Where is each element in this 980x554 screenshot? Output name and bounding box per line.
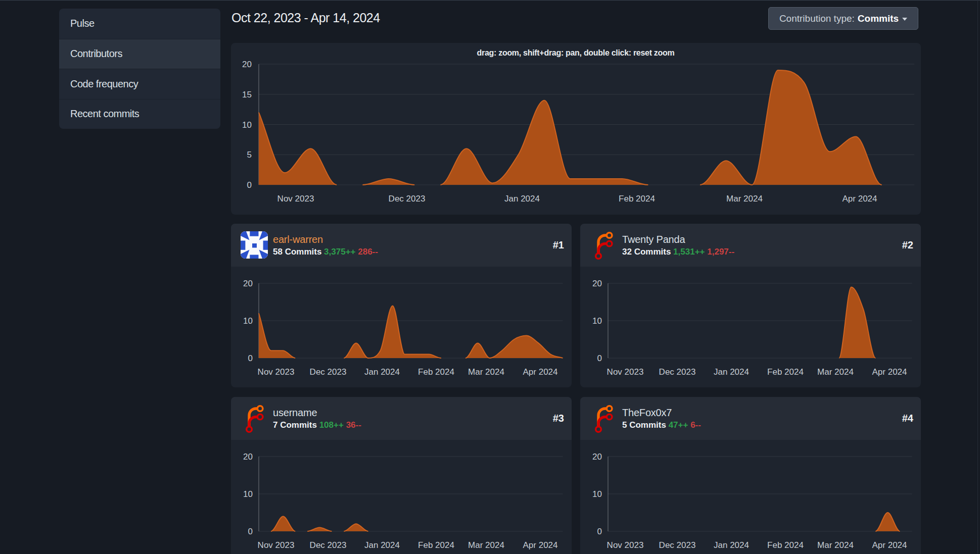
svg-text:Dec 2023: Dec 2023: [310, 540, 347, 550]
svg-text:Feb 2024: Feb 2024: [418, 367, 454, 377]
svg-text:Nov 2023: Nov 2023: [258, 367, 295, 377]
svg-text:10: 10: [243, 316, 253, 326]
svg-text:Nov 2023: Nov 2023: [258, 540, 295, 550]
svg-text:5: 5: [247, 150, 252, 160]
svg-text:20: 20: [243, 452, 253, 462]
svg-text:Mar 2024: Mar 2024: [468, 367, 504, 377]
svg-text:20: 20: [242, 60, 252, 69]
svg-text:Feb 2024: Feb 2024: [619, 194, 655, 204]
svg-text:Feb 2024: Feb 2024: [767, 540, 804, 550]
svg-text:0: 0: [597, 354, 602, 363]
svg-text:Jan 2024: Jan 2024: [504, 194, 540, 204]
svg-text:20: 20: [243, 279, 253, 288]
svg-text:0: 0: [248, 527, 253, 536]
svg-text:Mar 2024: Mar 2024: [726, 194, 763, 204]
svg-text:Feb 2024: Feb 2024: [767, 367, 804, 377]
svg-text:10: 10: [592, 489, 602, 499]
svg-text:Dec 2023: Dec 2023: [310, 367, 347, 377]
svg-text:0: 0: [248, 354, 253, 363]
svg-text:Jan 2024: Jan 2024: [714, 540, 749, 550]
svg-text:Dec 2023: Dec 2023: [389, 194, 426, 204]
svg-text:20: 20: [592, 452, 602, 462]
svg-text:Jan 2024: Jan 2024: [364, 367, 400, 377]
svg-text:20: 20: [592, 279, 602, 288]
svg-text:Nov 2023: Nov 2023: [607, 367, 644, 377]
svg-text:Apr 2024: Apr 2024: [843, 194, 877, 204]
svg-text:Apr 2024: Apr 2024: [872, 540, 907, 550]
svg-text:Apr 2024: Apr 2024: [872, 367, 907, 377]
svg-text:Dec 2023: Dec 2023: [659, 367, 696, 377]
svg-text:15: 15: [242, 90, 252, 99]
svg-text:Nov 2023: Nov 2023: [277, 194, 314, 204]
svg-text:0: 0: [247, 180, 252, 190]
svg-text:10: 10: [243, 489, 253, 499]
svg-text:drag: zoom, shift+drag: pan, d: drag: zoom, shift+drag: pan, double clic…: [477, 48, 675, 57]
svg-text:Mar 2024: Mar 2024: [817, 540, 854, 550]
svg-text:10: 10: [592, 316, 602, 326]
svg-text:Nov 2023: Nov 2023: [607, 540, 644, 550]
svg-text:Jan 2024: Jan 2024: [364, 540, 400, 550]
svg-text:0: 0: [597, 527, 602, 536]
svg-text:Jan 2024: Jan 2024: [714, 367, 749, 377]
svg-text:Apr 2024: Apr 2024: [523, 367, 558, 377]
svg-text:Apr 2024: Apr 2024: [523, 540, 558, 550]
svg-text:Mar 2024: Mar 2024: [817, 367, 854, 377]
svg-text:10: 10: [242, 120, 252, 130]
svg-text:Dec 2023: Dec 2023: [659, 540, 696, 550]
svg-text:Feb 2024: Feb 2024: [418, 540, 454, 550]
svg-text:Mar 2024: Mar 2024: [468, 540, 504, 550]
